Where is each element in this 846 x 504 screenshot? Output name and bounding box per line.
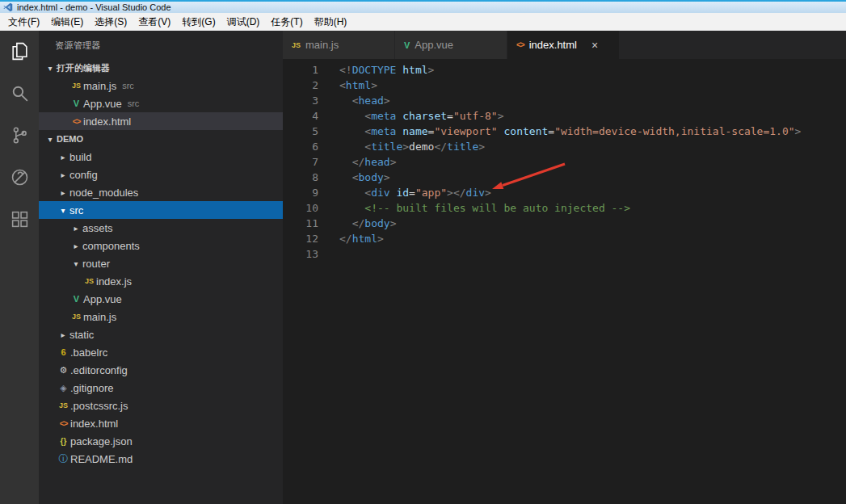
- folder-assets[interactable]: ▸assets: [39, 219, 283, 237]
- code-line[interactable]: 2<html>: [283, 78, 846, 93]
- workbench: 资源管理器 ▾ 打开的编辑器 JSmain.jssrcVApp.vuesrc<>…: [0, 31, 846, 504]
- code-text: <body>: [318, 170, 390, 185]
- line-number: 4: [283, 108, 318, 124]
- html-file-icon: <>: [57, 419, 70, 428]
- line-number: 5: [283, 124, 318, 139]
- file-main.js[interactable]: JSmain.js: [39, 308, 283, 326]
- item-label: node_modules: [69, 187, 138, 199]
- js-file-icon: JS: [82, 277, 96, 285]
- folder-node_modules[interactable]: ▸node_modules: [39, 183, 283, 201]
- menu-item[interactable]: 转到(G): [176, 13, 221, 31]
- item-label: .postcssrc.js: [70, 400, 128, 412]
- tab-label: App.vue: [415, 39, 453, 51]
- file-README.md[interactable]: ⓘREADME.md: [39, 450, 283, 468]
- babel-file-icon: 6: [57, 347, 70, 357]
- line-number: 9: [283, 185, 318, 200]
- code-line[interactable]: 4 <meta charset="utf-8">: [283, 108, 846, 124]
- item-label: App.vue: [83, 293, 122, 305]
- open-editor-index.html[interactable]: <>index.html: [39, 112, 283, 130]
- source-control-icon[interactable]: [10, 125, 30, 145]
- code-line[interactable]: 5 <meta name="viewport" content="width=d…: [283, 124, 846, 139]
- line-number: 1: [283, 62, 318, 78]
- file-index.html[interactable]: <>index.html: [39, 414, 283, 432]
- open-editor-App.vue[interactable]: VApp.vuesrc: [39, 94, 283, 112]
- chevron-right-icon: ▸: [69, 242, 82, 250]
- item-label: index.js: [96, 275, 132, 288]
- code-line[interactable]: 7 </head>: [283, 154, 846, 170]
- extensions-icon[interactable]: [10, 209, 30, 229]
- code-line[interactable]: 12</html>: [283, 231, 846, 246]
- menu-item[interactable]: 调试(D): [221, 13, 266, 31]
- code-text: <!-- built files will be auto injected -…: [318, 200, 630, 216]
- code-text: </head>: [318, 154, 396, 170]
- file-package.json[interactable]: {}package.json: [39, 432, 283, 450]
- editorconfig-file-icon: ⚙: [57, 365, 70, 376]
- file-.postcssrc.js[interactable]: JS.postcssrc.js: [39, 397, 283, 414]
- tab-App.vue[interactable]: VApp.vue: [395, 31, 507, 59]
- json-file-icon: {}: [57, 437, 70, 446]
- file-index.js[interactable]: JSindex.js: [39, 272, 283, 290]
- code-line[interactable]: 3 <head>: [283, 93, 846, 108]
- folder-static[interactable]: ▸static: [39, 326, 283, 343]
- code-line[interactable]: 9 <div id="app"></div>: [283, 185, 846, 200]
- chevron-down-icon: ▾: [44, 135, 57, 144]
- menu-item[interactable]: 选择(S): [89, 13, 133, 31]
- open-editors-list: JSmain.jssrcVApp.vuesrc<>index.html: [39, 77, 283, 130]
- menu-item[interactable]: 查看(V): [133, 13, 176, 31]
- item-label: main.js: [83, 311, 116, 323]
- folder-src[interactable]: ▾src: [39, 201, 283, 219]
- folder-components[interactable]: ▸components: [39, 237, 283, 254]
- file-App.vue[interactable]: VApp.vue: [39, 290, 283, 308]
- js-file-icon: JS: [69, 82, 83, 90]
- readme-file-icon: ⓘ: [57, 452, 70, 466]
- js-file-icon: JS: [69, 313, 83, 321]
- folder-build[interactable]: ▸build: [39, 148, 283, 166]
- code-text: </html>: [318, 231, 384, 246]
- line-number: 11: [283, 216, 318, 231]
- vue-file-icon: V: [404, 40, 410, 50]
- code-line[interactable]: 1<!DOCTYPE html>: [283, 62, 846, 78]
- tab-main.js[interactable]: JSmain.js: [283, 31, 395, 59]
- item-label: .babelrc: [70, 346, 107, 359]
- code-editor[interactable]: 1<!DOCTYPE html>2<html>3 <head>4 <meta c…: [283, 59, 846, 504]
- file-label: index.html: [83, 116, 131, 128]
- menu-item[interactable]: 编辑(E): [45, 13, 89, 31]
- activity-bar: [0, 31, 39, 504]
- code-line[interactable]: 13: [283, 246, 846, 262]
- file-.editorconfig[interactable]: ⚙.editorconfig: [39, 361, 283, 379]
- menu-item[interactable]: 文件(F): [2, 13, 45, 31]
- open-editors-label: 打开的编辑器: [57, 62, 110, 74]
- title-bar: index.html - demo - Visual Studio Code: [0, 0, 846, 13]
- code-line[interactable]: 10 <!-- built files will be auto injecte…: [283, 200, 846, 216]
- code-text: <head>: [318, 93, 390, 108]
- chevron-right-icon: ▸: [57, 188, 69, 197]
- file-.gitignore[interactable]: ◈.gitignore: [39, 379, 283, 397]
- vscode-logo-icon: [3, 2, 13, 12]
- debug-icon[interactable]: [10, 167, 30, 187]
- line-number: 10: [283, 200, 318, 216]
- explorer-icon[interactable]: [10, 41, 30, 61]
- code-text: [318, 246, 339, 262]
- code-text: <title>demo</title>: [318, 139, 485, 154]
- code-line[interactable]: 11 </body>: [283, 216, 846, 231]
- close-icon[interactable]: ×: [591, 39, 598, 52]
- project-root-header[interactable]: ▾ DEMO: [39, 130, 283, 148]
- tab-index.html[interactable]: <>index.html×: [507, 31, 620, 59]
- search-icon[interactable]: [10, 83, 30, 103]
- vue-file-icon: V: [69, 99, 83, 108]
- file-.babelrc[interactable]: 6.babelrc: [39, 343, 283, 361]
- file-label: App.vue: [83, 98, 122, 110]
- open-editor-main.js[interactable]: JSmain.jssrc: [39, 77, 283, 94]
- item-label: .editorconfig: [70, 364, 128, 376]
- html-file-icon: <>: [69, 117, 83, 126]
- open-editors-header[interactable]: ▾ 打开的编辑器: [39, 59, 283, 77]
- menu-item[interactable]: 任务(T): [265, 13, 308, 31]
- code-line[interactable]: 8 <body>: [283, 170, 846, 185]
- tab-bar: JSmain.jsVApp.vue<>index.html×: [283, 31, 846, 59]
- folder-router[interactable]: ▾router: [39, 254, 283, 272]
- editor-group: JSmain.jsVApp.vue<>index.html× 1<!DOCTYP…: [283, 31, 846, 504]
- code-line[interactable]: 6 <title>demo</title>: [283, 139, 846, 154]
- menu-item[interactable]: 帮助(H): [309, 13, 353, 31]
- folder-config[interactable]: ▸config: [39, 166, 283, 183]
- code-text: <div id="app"></div>: [318, 185, 491, 200]
